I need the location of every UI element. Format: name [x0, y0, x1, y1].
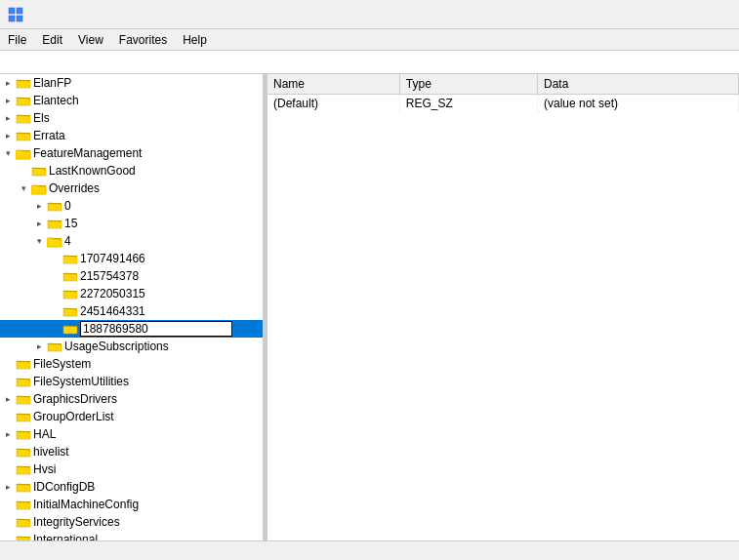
tree-item-key15[interactable]: ▸ 15 [0, 215, 263, 232]
folder-icon [16, 93, 31, 108]
folder-icon [62, 321, 78, 337]
maximize-button[interactable] [641, 0, 686, 29]
tree-item-elantech[interactable]: ▸ Elantech [0, 92, 263, 109]
folder-icon [16, 391, 31, 407]
tree-item-initialmachineconfig[interactable]: ▸ InitialMachineConfig [0, 496, 263, 513]
tree-label: 1707491466 [80, 252, 145, 265]
tree-item-key0[interactable]: ▸ 0 [0, 197, 263, 215]
tree-item-key2272[interactable]: ▸ 2272050315 [0, 285, 263, 302]
tree-pane[interactable]: ▸ ElanFP▸ Elantech▸ Els▸ Errata▾ Feature… [0, 74, 264, 540]
folder-icon [47, 233, 62, 249]
tree-label: IntegrityServices [33, 515, 120, 529]
tree-item-filesystemutil[interactable]: ▸ FileSystemUtilities [0, 373, 263, 390]
svg-rect-3 [17, 16, 22, 21]
expand-icon[interactable]: ▸ [0, 74, 16, 92]
svg-rect-10 [48, 220, 62, 221]
tree-item-idconfigdb[interactable]: ▸ IDConfigDB [0, 478, 263, 496]
tree-label: 215754378 [80, 269, 139, 283]
tree-label: InitialMachineConfig [33, 498, 139, 511]
expand-icon[interactable]: ▸ [0, 109, 16, 127]
folder-icon [62, 286, 78, 301]
expand-icon[interactable]: ▸ [31, 197, 47, 215]
tree-item-graphicsdrivers[interactable]: ▸ GraphicsDrivers [0, 390, 263, 408]
svg-rect-16 [48, 343, 62, 344]
menu-item-edit[interactable]: Edit [34, 29, 70, 51]
menu-item-file[interactable]: File [0, 29, 34, 51]
tree-item-usagesub[interactable]: ▸ UsageSubscriptions [0, 338, 263, 355]
expand-icon[interactable]: ▸ [0, 390, 16, 408]
tree-item-key1707[interactable]: ▸ 1707491466 [0, 250, 263, 267]
svg-rect-13 [63, 291, 77, 292]
collapse-icon[interactable]: ▾ [0, 144, 16, 162]
tree-item-filesystem[interactable]: ▸ FileSystem [0, 355, 263, 373]
menu-item-favorites[interactable]: Favorites [111, 29, 175, 51]
svg-rect-1 [17, 8, 22, 14]
svg-rect-20 [17, 414, 30, 415]
tree-item-lastknowngood[interactable]: ▸ LastKnownGood [0, 162, 263, 180]
svg-rect-6 [17, 115, 30, 116]
tree-label: UsageSubscriptions [64, 340, 169, 353]
svg-rect-11 [63, 256, 77, 257]
svg-rect-14 [63, 308, 77, 309]
tree-label: 0 [64, 199, 71, 213]
expand-icon[interactable]: ▸ [0, 425, 16, 443]
tree-item-key215[interactable]: ▸ 215754378 [0, 267, 263, 285]
collapse-icon[interactable]: ▾ [16, 180, 31, 197]
minimize-button[interactable] [596, 0, 641, 29]
folder-icon [16, 409, 31, 424]
collapse-icon[interactable]: ▾ [31, 232, 47, 250]
expand-icon[interactable]: ▸ [0, 127, 16, 144]
window-controls [596, 0, 731, 29]
table-row[interactable]: (Default)REG_SZ(value not set) [267, 94, 739, 112]
expand-icon[interactable]: ▸ [0, 92, 16, 109]
tree-item-grouporderlist[interactable]: ▸ GroupOrderList [0, 408, 263, 425]
svg-rect-4 [17, 80, 30, 81]
tree-item-els[interactable]: ▸ Els [0, 109, 263, 127]
tree-item-international[interactable]: ▸ International [0, 531, 263, 540]
folder-icon [16, 128, 31, 143]
tree-label: LastKnownGood [49, 164, 136, 178]
expand-icon[interactable]: ▸ [0, 478, 16, 496]
svg-rect-19 [17, 396, 30, 397]
table-header-row: NameTypeData [267, 74, 739, 94]
tree-label: 15 [64, 217, 77, 230]
title-bar [0, 0, 739, 29]
tree-item-elanfp[interactable]: ▸ ElanFP [0, 74, 263, 92]
tree-label: ElanFP [33, 76, 71, 90]
folder-icon [62, 268, 78, 284]
svg-rect-23 [17, 466, 30, 467]
tree-item-key1887[interactable]: ▸ [0, 320, 263, 338]
tree-item-featuremgmt[interactable]: ▾ FeatureManagement [0, 144, 263, 162]
expand-icon[interactable]: ▸ [31, 338, 47, 355]
folder-icon [31, 163, 47, 179]
col-header-name: Name [267, 74, 399, 94]
tree-item-hal[interactable]: ▸ HAL [0, 425, 263, 443]
tree-label: Errata [33, 129, 65, 142]
data-table: NameTypeData (Default)REG_SZ(value not s… [267, 74, 739, 112]
status-bar [0, 540, 739, 560]
svg-rect-5 [17, 98, 30, 99]
tree-label: FeatureManagement [33, 146, 142, 160]
folder-icon [47, 198, 62, 214]
close-button[interactable] [686, 0, 731, 29]
folder-icon [31, 180, 47, 196]
folder-icon [16, 479, 31, 495]
tree-item-key4[interactable]: ▾ 4 [0, 232, 263, 250]
tree-item-errata[interactable]: ▸ Errata [0, 127, 263, 144]
expand-icon[interactable]: ▸ [31, 215, 47, 232]
tree-label: GroupOrderList [33, 410, 114, 423]
menu-item-view[interactable]: View [70, 29, 111, 51]
cell-data: (value not set) [538, 94, 739, 112]
tree-item-integrityservices[interactable]: ▸ IntegrityServices [0, 513, 263, 531]
svg-rect-9 [48, 203, 62, 204]
tree-item-hvsi[interactable]: ▸ Hvsi [0, 460, 263, 478]
menu-item-help[interactable]: Help [175, 29, 215, 51]
rename-input[interactable] [80, 321, 232, 337]
tree-label: FileSystem [33, 357, 91, 371]
folder-icon [62, 251, 78, 266]
folder-icon [16, 145, 31, 161]
folder-icon [16, 532, 31, 540]
tree-item-key2451[interactable]: ▸ 2451464331 [0, 302, 263, 320]
tree-item-overrides[interactable]: ▾ Overrides [0, 180, 263, 197]
tree-item-hivelist[interactable]: ▸ hivelist [0, 443, 263, 460]
